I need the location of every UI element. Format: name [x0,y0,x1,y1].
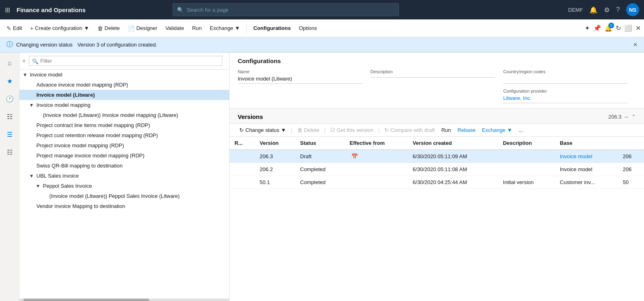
cell-base: Invoice model [555,163,618,176]
cell-r [230,176,255,189]
create-configuration-button[interactable]: + Create configuration ▼ [27,23,92,33]
search-bar[interactable]: 🔍 [173,3,399,16]
cell-base[interactable]: Invoice model [555,150,618,163]
country-value [503,76,628,84]
tree-item-peppol-sales[interactable]: ▼ Peppol Sales Invoice [19,181,229,191]
sidebar-icon-list[interactable]: ☷ [2,145,17,159]
tree-item-invoice-model[interactable]: ▼ Invoice model [19,70,229,80]
counter-sep: -- [625,114,628,120]
cell-description [498,150,555,163]
tree-panel: ▿ 🔍 ▼ Invoice model Advance invoice mode… [19,53,230,301]
sidebar-icon-clock[interactable]: 🕐 [2,91,17,106]
compare-draft-button[interactable]: ↻ Compare with draft [383,126,437,134]
country-label: Country/region codes [503,69,628,74]
avatar[interactable]: NS [626,3,639,16]
tree-item-advance-invoice[interactable]: Advance invoice model mapping (RDP) [19,80,229,90]
versions-more-button[interactable]: ... [517,126,525,134]
versions-run-button[interactable]: Run [440,126,453,134]
table-row[interactable]: 206.2 Completed 6/30/2020 05:11:08 AM In… [230,163,644,176]
search-input[interactable] [187,7,395,13]
config-name-field: Name Invoice model (Litware) [238,69,370,103]
bell-icon[interactable]: 🔔 [589,6,598,14]
banner-message: Changing version status [16,42,72,48]
versions-table: R... Version Status Effective from Versi… [230,137,644,301]
user-label: DEMF [568,7,583,13]
chevron-down-icon: ▼ [84,25,89,31]
info-banner: ⓘ Changing version status Version 3 of c… [0,37,644,53]
versions-delete-button[interactable]: 🗑 Delete [296,126,321,134]
pin-icon[interactable]: 📌 [593,24,601,32]
tree-item-invoice-model-mapping-litware[interactable]: (Invoice model (Litware)) Invoice model … [19,110,229,120]
open-new-icon[interactable]: ⬜ [624,24,632,32]
expand-icon: ▼ [29,102,35,108]
name-label: Name [238,69,362,74]
banner-detail: Version 3 of configuration created. [77,42,157,48]
cell-version-created: 6/30/2020 05:11:08 AM [408,163,498,176]
table-row[interactable]: 50.1 Completed 6/30/2020 04:25:44 AM Ini… [230,176,644,189]
cell-base-num: 206 [618,163,644,176]
provider-value[interactable]: Litware, Inc. [503,95,628,103]
change-status-button[interactable]: ↻ Change status ▼ [238,126,288,134]
get-version-button[interactable]: ☑ Get this version [329,126,375,134]
sidebar-icon-table[interactable]: ☷ [2,109,17,124]
tree-item-project-contract[interactable]: Project contract line items model mappin… [19,120,229,130]
designer-button[interactable]: 📄 Designer [125,23,160,33]
validate-button[interactable]: Validate [162,23,187,33]
sidebar-icon-star[interactable]: ★ [2,74,17,88]
designer-icon: 📄 [128,25,135,32]
cell-description: Initial version [498,176,555,189]
sidebar-icon-menu[interactable]: ☰ [2,127,17,142]
tree-item-swiss-qr[interactable]: Swiss QR-Bill mapping to destination [19,161,229,171]
rebase-button[interactable]: Rebase [456,126,477,134]
tree-item-vendor-invoice[interactable]: Vendor invoice Mapping to destination [19,201,229,211]
top-nav: ⊞ Finance and Operations 🔍 DEMF 🔔 ⚙ ? NS [0,0,644,19]
tree-filter-area: ▿ 🔍 [19,53,229,70]
notification-badge[interactable]: 🔔 0 [604,24,612,32]
version-up-button[interactable]: ⌃ [631,114,636,120]
close-icon[interactable]: ✕ [636,24,641,32]
banner-close-button[interactable]: ✕ [633,42,638,48]
configurations-title: Configurations [238,57,636,64]
sidebar-icon-home[interactable]: ⌂ [2,56,17,70]
tree-item-peppol-litware[interactable]: (Invoice model (Litware)) Peppol Sales I… [19,191,229,201]
expand-icon: ▼ [36,183,41,189]
edit-button[interactable]: ✎ Edit [3,23,25,33]
diamond-icon[interactable]: ✦ [585,24,590,32]
col-effective-from: Effective from [345,137,408,150]
configurations-button[interactable]: Configurations [250,23,294,33]
versions-section: Versions 206.3 -- ⌃ ↻ Change status ▼ | … [230,108,644,301]
chevron-down-icon: ▼ [235,25,240,31]
filter-input[interactable] [29,56,222,66]
cell-status: Completed [295,176,344,189]
versions-title: Versions [238,113,263,120]
options-button[interactable]: Options [296,23,320,33]
table-row[interactable]: 206.3 Draft 📅 6/30/2020 05:11:09 AM Invo… [230,150,644,163]
tree-item-project-cust[interactable]: Project cust retention release model map… [19,130,229,140]
tree-item-invoice-model-mapping[interactable]: ▼ Invoice model mapping [19,100,229,110]
tree-item-invoice-model-litware[interactable]: Invoice model (Litware) [19,90,229,100]
tree-item-project-manage[interactable]: Project manage invoice model mapping (RD… [19,150,229,161]
filter-icon[interactable]: ▿ [23,56,27,66]
versions-exchange-button[interactable]: Exchange ▼ [480,126,514,134]
delete-button[interactable]: 🗑 Delete [94,23,123,33]
cell-effective-from [345,163,408,176]
col-version: Version [255,137,295,150]
top-nav-right: DEMF 🔔 ⚙ ? NS [568,3,639,16]
exchange-button[interactable]: Exchange ▼ [207,23,243,33]
calendar-icon[interactable]: 📅 [351,153,358,159]
versions-table-header: R... Version Status Effective from Versi… [230,137,644,150]
tree-item-project-invoice[interactable]: Project invoice model mapping (RDP) [19,140,229,150]
refresh-icon[interactable]: ↻ [616,24,621,32]
search-icon: 🔍 [177,7,184,13]
gear-icon[interactable]: ⚙ [604,6,610,14]
run-button[interactable]: Run [189,23,205,33]
grid-icon[interactable]: ⊞ [5,6,10,14]
help-icon[interactable]: ? [616,6,620,13]
config-country-field: Country/region codes Configuration provi… [503,69,636,103]
col-r: R... [230,137,255,150]
edit-icon: ✎ [6,25,11,32]
tree-item-ubl-sales[interactable]: ▼ UBL Sales invoice [19,171,229,181]
compare-icon: ↻ [384,127,389,133]
tree-bottom-scrollbar[interactable] [19,299,229,301]
main-layout: ⌂ ★ 🕐 ☷ ☰ ☷ ▿ 🔍 ▼ Invoice model Advance … [0,53,644,301]
